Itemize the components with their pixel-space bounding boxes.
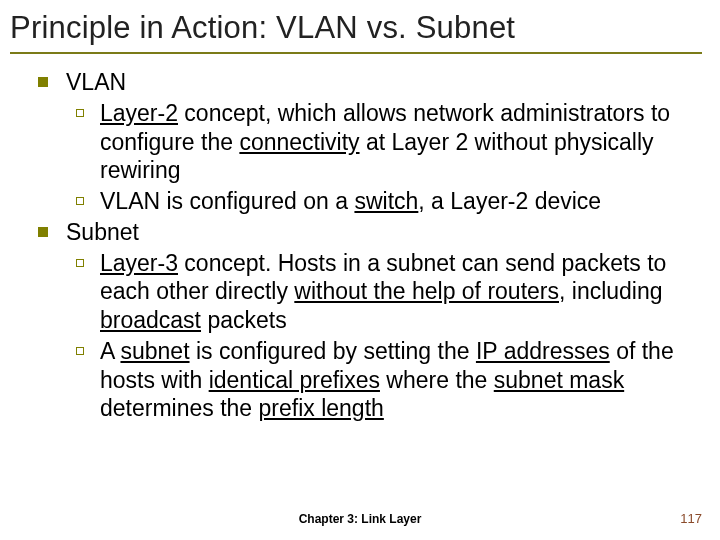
bullet-level2-text: Layer-3 concept. Hosts in a subnet can s… (100, 249, 694, 335)
bullet-level2-text: Layer-2 concept, which allows network ad… (100, 99, 694, 185)
underlined-text: connectivity (239, 129, 359, 155)
text: determines the (100, 395, 259, 421)
text: is configured by setting the (190, 338, 476, 364)
hollow-square-bullet-icon (76, 197, 84, 205)
bullet-level2-text: A subnet is configured by setting the IP… (100, 337, 694, 423)
bullet-level1-text: VLAN (66, 68, 126, 97)
footer-page-number: 117 (680, 511, 702, 526)
bullet-level1: VLAN (38, 68, 694, 97)
bullet-level2: Layer-2 concept, which allows network ad… (38, 99, 694, 185)
bullet-level2: VLAN is configured on a switch, a Layer-… (38, 187, 694, 216)
underlined-text: Layer-2 (100, 100, 178, 126)
slide: Principle in Action: VLAN vs. Subnet VLA… (0, 0, 720, 540)
underlined-text: subnet (120, 338, 189, 364)
slide-content: VLANLayer-2 concept, which allows networ… (10, 68, 702, 423)
underlined-text: IP addresses (476, 338, 610, 364)
square-bullet-icon (38, 77, 48, 87)
square-bullet-icon (38, 227, 48, 237)
bullet-level2-text: VLAN is configured on a switch, a Layer-… (100, 187, 601, 216)
underlined-text: without the help of routers (294, 278, 559, 304)
hollow-square-bullet-icon (76, 259, 84, 267)
text: A (100, 338, 120, 364)
hollow-square-bullet-icon (76, 347, 84, 355)
bullet-level2: A subnet is configured by setting the IP… (38, 337, 694, 423)
bullet-level1-text: Subnet (66, 218, 139, 247)
text: where the (380, 367, 494, 393)
footer-chapter: Chapter 3: Link Layer (0, 512, 720, 526)
bullet-level1: Subnet (38, 218, 694, 247)
bullet-level2: Layer-3 concept. Hosts in a subnet can s… (38, 249, 694, 335)
text: VLAN is configured on a (100, 188, 354, 214)
text: packets (201, 307, 287, 333)
hollow-square-bullet-icon (76, 109, 84, 117)
underlined-text: Layer-3 (100, 250, 178, 276)
underlined-text: switch (354, 188, 418, 214)
text: , including (559, 278, 663, 304)
underlined-text: identical prefixes (209, 367, 380, 393)
underlined-text: broadcast (100, 307, 201, 333)
underlined-text: subnet mask (494, 367, 624, 393)
text: , a Layer-2 device (418, 188, 601, 214)
underlined-text: prefix length (259, 395, 384, 421)
slide-title: Principle in Action: VLAN vs. Subnet (10, 10, 702, 54)
